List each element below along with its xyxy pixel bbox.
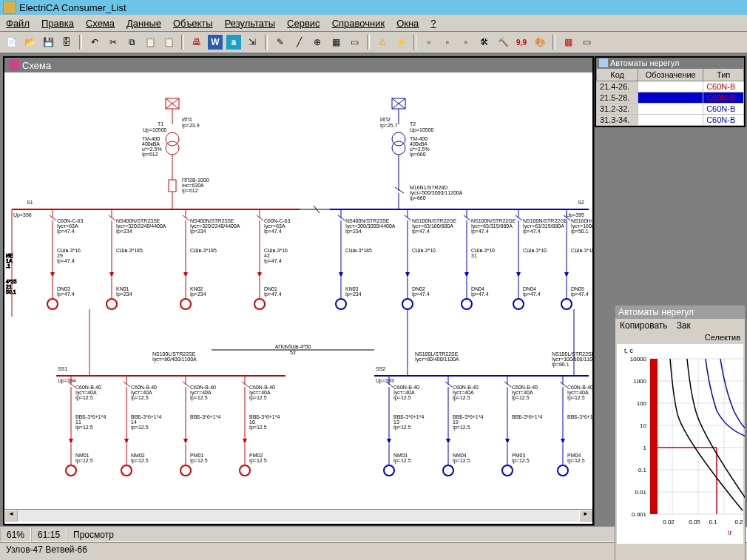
menu-scheme[interactable]: Схема [86, 18, 115, 29]
svg-text:Ip=25.7: Ip=25.7 [380, 123, 398, 129]
flash-icon[interactable]: ⚡ [393, 34, 409, 50]
svg-text:Ip=234: Ip=234 [190, 229, 206, 235]
grid-icon[interactable]: ▦ [328, 34, 344, 50]
curve-copy[interactable]: Копировать [620, 320, 668, 331]
save-icon[interactable]: 💾 [40, 34, 56, 50]
svg-text:Ip=47.4: Ip=47.4 [264, 291, 282, 297]
print-icon[interactable]: 🖶 [189, 34, 205, 50]
svg-point-14 [166, 132, 179, 146]
svg-text:SS2: SS2 [376, 366, 385, 371]
svg-text:СШв-3*185: СШв-3*185 [190, 248, 217, 253]
scroll-right-icon[interactable]: ► [579, 510, 592, 522]
svg-text:Ip=12.5: Ip=12.5 [75, 458, 93, 464]
table-row[interactable]: 31.3-34.C60N-В [597, 115, 744, 126]
svg-point-35 [392, 141, 405, 155]
svg-text:Ip=12.5: Ip=12.5 [567, 458, 585, 464]
svg-text:Ip=47.4: Ip=47.4 [264, 258, 282, 264]
sheet3-icon[interactable]: ▫ [458, 34, 474, 50]
zoom-icon[interactable]: ⊕ [309, 34, 325, 50]
menu-help[interactable]: ? [430, 18, 436, 29]
edit-icon[interactable]: ✎ [272, 34, 288, 50]
hammer-icon[interactable]: 🔨 [495, 34, 511, 50]
svg-point-131 [402, 299, 413, 309]
menu-service[interactable]: Сервис [287, 18, 320, 29]
paste2-icon[interactable]: 📋 [160, 34, 177, 50]
svg-text:NS100L/STR22SE: NS100L/STR22SE [552, 351, 592, 357]
automats-titlebar[interactable]: Автоматы нерегул [596, 58, 744, 68]
svg-text:Ip=23.9: Ip=23.9 [182, 123, 200, 129]
window-title: ElectriCA Consumer_List [19, 2, 126, 13]
paste-icon[interactable]: 📋 [142, 34, 158, 50]
save-all-icon[interactable]: 🗄 [58, 34, 75, 50]
curve-titlebar[interactable]: Автоматы нерегул [615, 306, 745, 319]
svg-text:Ip=12.5: Ip=12.5 [453, 425, 470, 431]
scheme-canvas[interactable]: ИЕ 1A .1 4*25 21 50.1 T1 Up=10500 ИП1 [4, 72, 592, 509]
word-icon[interactable]: W [207, 34, 223, 50]
menu-windows[interactable]: Окна [396, 18, 419, 29]
svg-text:ВВБ-3*6+1*4: ВВБ-3*6+1*4 [393, 414, 424, 419]
copy-icon[interactable]: ⧉ [124, 34, 140, 50]
svg-text:19: 19 [453, 419, 459, 425]
page-icon[interactable]: ▭ [578, 34, 595, 50]
svg-text:NM04: NM04 [453, 453, 467, 458]
scroll-left-icon[interactable]: ◄ [4, 510, 18, 522]
svg-text:DN04: DN04 [471, 286, 484, 291]
svg-text:KN02: KN02 [190, 286, 203, 291]
table-row[interactable]: 21.4-26.C60N-В [597, 81, 744, 92]
cut-icon[interactable]: ✂ [105, 34, 121, 50]
menu-reference[interactable]: Справочник [332, 18, 385, 29]
num99-icon[interactable]: 9,9 [513, 34, 530, 50]
svg-text:C60N-В-40: C60N-В-40 [249, 385, 275, 390]
svg-text:42: 42 [264, 253, 270, 258]
line-icon[interactable]: ╱ [291, 34, 307, 50]
menu-objects[interactable]: Объекты [173, 18, 213, 29]
tools-icon[interactable]: 🛠 [476, 34, 493, 50]
scheme-scrollbar[interactable]: ◄ ► [4, 509, 592, 522]
new-icon[interactable]: 📄 [3, 34, 19, 50]
svg-text:Ip=12.5: Ip=12.5 [131, 458, 149, 464]
svg-text:Ip=47.4: Ip=47.4 [57, 291, 75, 297]
menu-file[interactable]: Файл [6, 18, 30, 29]
status-nodes: Узлов-47 Ветвей-66 [6, 544, 87, 555]
scroll-track[interactable] [18, 510, 579, 522]
scheme-titlebar[interactable]: Схема [4, 58, 592, 72]
curve-plot[interactable]: t, c [617, 344, 743, 544]
automats-table[interactable]: Код Обозначение Тип 21.4-26.C60N-В21.5-2… [596, 68, 744, 126]
col-type[interactable]: Тип [703, 69, 744, 81]
svg-text:C60N-В-40: C60N-В-40 [567, 385, 592, 390]
autocad-icon[interactable]: a [226, 34, 242, 50]
svg-text:4*25: 4*25 [6, 279, 17, 284]
palette-icon[interactable]: 🎨 [532, 34, 548, 50]
svg-text:KN01: KN01 [116, 286, 129, 291]
curve-close[interactable]: Зак [677, 320, 691, 331]
svg-text:10: 10 [640, 422, 646, 429]
svg-point-217 [121, 465, 132, 476]
open-icon[interactable]: 📂 [21, 34, 38, 50]
svg-text:Ip=12.5: Ip=12.5 [512, 395, 530, 401]
table-row[interactable]: 21.5-28.C60N-В [597, 92, 744, 104]
svg-text:Ip=234: Ip=234 [345, 291, 362, 297]
svg-text:ИЕ: ИЕ [6, 253, 13, 258]
svg-text:u*=2.5%: u*=2.5% [410, 146, 430, 152]
grid-view-icon[interactable]: ▦ [560, 34, 576, 50]
menu-edit[interactable]: Правка [41, 18, 74, 29]
col-code[interactable]: Код [597, 69, 638, 81]
sheet1-icon[interactable]: ▫ [421, 34, 437, 50]
table-row[interactable]: 31.2-32.C60N-В [597, 104, 744, 115]
svg-text:Ip=234: Ip=234 [116, 229, 132, 235]
svg-text:СШв-3*16: СШв-3*16 [57, 248, 81, 253]
sheet2-icon[interactable]: ▫ [439, 34, 456, 50]
box-icon[interactable]: ▭ [346, 34, 362, 50]
svg-text:ВВБ-3*6+1*4: ВВБ-3*6+1*4 [249, 414, 280, 419]
undo-icon[interactable]: ↶ [87, 34, 103, 50]
svg-point-119 [336, 299, 346, 309]
svg-text:400кВА: 400кВА [142, 141, 160, 146]
menu-results[interactable]: Результаты [225, 18, 275, 29]
warn-icon[interactable]: ⚠ [374, 34, 391, 50]
export-icon[interactable]: ⇲ [244, 34, 260, 50]
svg-point-295 [558, 465, 568, 476]
workarea: Схема ИЕ 1A .1 4*25 21 50.1 [0, 53, 747, 527]
svg-text:Ip=12.5: Ip=12.5 [567, 395, 585, 401]
col-label[interactable]: Обозначение [638, 69, 703, 81]
menu-data[interactable]: Данные [126, 18, 161, 29]
